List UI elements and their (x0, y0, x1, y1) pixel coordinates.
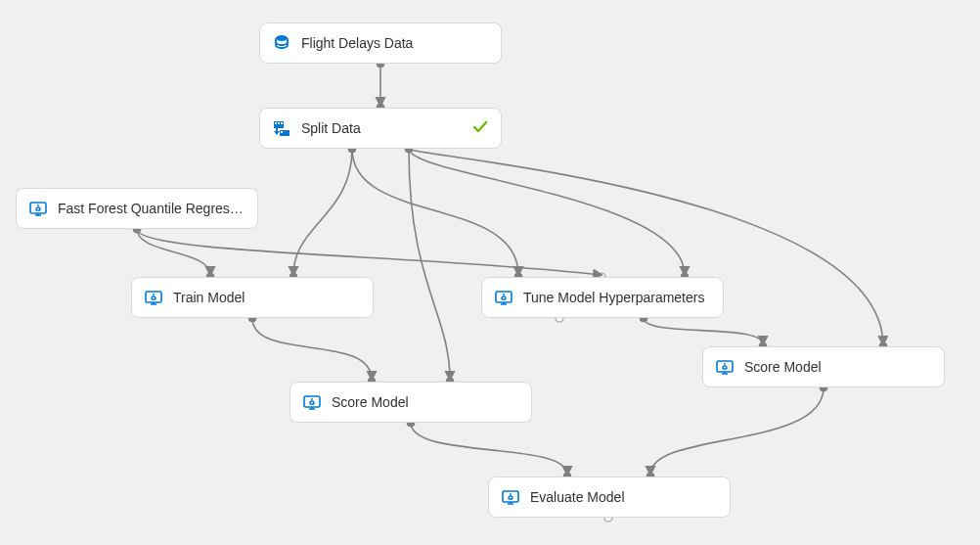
ml-icon (28, 199, 48, 218)
node-tune-model-hyperparameters[interactable]: Tune Model Hyperparameters (481, 277, 724, 318)
node-fast-forest-quantile-regression[interactable]: Fast Forest Quantile Regress... (16, 188, 258, 229)
edges-layer (0, 0, 980, 545)
check-icon (471, 118, 489, 139)
svg-rect-24 (275, 122, 277, 124)
node-split-data[interactable]: Split Data (259, 108, 502, 149)
pipeline-canvas[interactable]: Flight Delays Data Split Data (0, 0, 980, 545)
node-label: Evaluate Model (530, 489, 718, 505)
svg-point-22 (276, 35, 288, 41)
node-evaluate-model[interactable]: Evaluate Model (488, 477, 731, 518)
node-score-model-right[interactable]: Score Model (702, 346, 945, 387)
node-label: Split Data (301, 120, 464, 136)
node-label: Train Model (173, 290, 361, 305)
svg-rect-26 (281, 122, 283, 124)
transform-icon (272, 118, 291, 138)
svg-rect-25 (278, 122, 280, 124)
ml-icon (715, 357, 735, 377)
node-label: Fast Forest Quantile Regress... (58, 201, 245, 216)
ml-icon (302, 392, 322, 412)
node-label: Score Model (332, 394, 519, 410)
node-train-model[interactable]: Train Model (131, 277, 374, 318)
node-label: Score Model (744, 359, 932, 375)
dataset-icon (272, 33, 291, 53)
node-label: Flight Delays Data (301, 35, 489, 51)
ml-icon (501, 487, 520, 507)
node-score-model-left[interactable]: Score Model (290, 382, 532, 423)
svg-rect-28 (281, 131, 283, 133)
node-label: Tune Model Hyperparameters (523, 290, 711, 305)
ml-icon (144, 288, 163, 307)
ml-icon (494, 288, 513, 307)
node-flight-delays-data[interactable]: Flight Delays Data (259, 23, 502, 64)
